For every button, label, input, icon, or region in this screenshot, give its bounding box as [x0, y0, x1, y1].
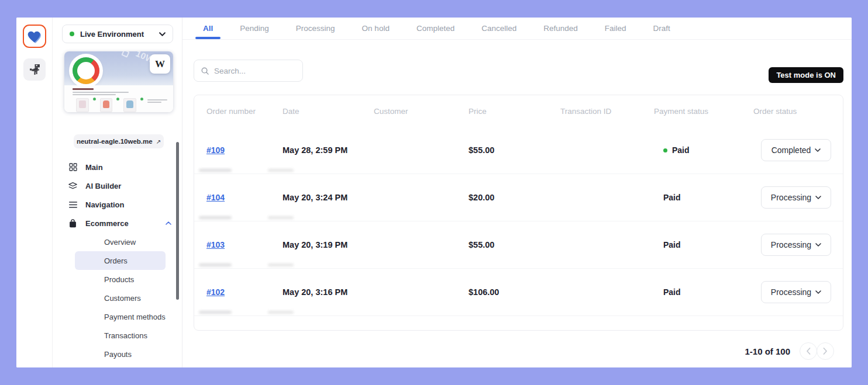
- order-status-cell: Completed: [753, 139, 843, 161]
- external-link-icon: ↗: [156, 138, 161, 145]
- sidebar-item-navigation[interactable]: Navigation: [53, 195, 182, 214]
- order-number-cell: #109: [206, 145, 283, 155]
- payment-status-cell: Paid: [654, 145, 753, 155]
- price-cell: $106.00: [469, 287, 560, 297]
- order-number-link[interactable]: #109: [206, 145, 225, 155]
- tab-cancelled[interactable]: Cancelled: [468, 18, 530, 39]
- layers-icon: [68, 181, 78, 191]
- order-number-cell: #102: [206, 287, 283, 297]
- pagination-range-label: 1-10 of 100: [745, 346, 790, 356]
- sidebar-scrollbar[interactable]: [176, 142, 179, 300]
- price-cell: $55.00: [469, 145, 560, 155]
- column-header-order-status: Order status: [753, 107, 843, 116]
- pagination-next-button[interactable]: [817, 342, 834, 360]
- order-status-label: Processing: [771, 287, 811, 297]
- shopping-bag-icon: [68, 218, 78, 228]
- grid-icon: [68, 162, 78, 172]
- order-status-dropdown[interactable]: Processing: [761, 234, 831, 256]
- main-content: AllPendingProcessingOn holdCompletedCanc…: [182, 18, 852, 367]
- order-number-link[interactable]: #103: [206, 240, 225, 249]
- search-icon: [201, 67, 209, 75]
- tab-failed[interactable]: Failed: [591, 18, 640, 39]
- tab-pending[interactable]: Pending: [226, 18, 283, 39]
- tab-bar: AllPendingProcessingOn holdCompletedCanc…: [182, 18, 852, 40]
- site-domain-text: neutral-eagle.10web.me: [77, 138, 153, 145]
- chrome-dino-icon: [29, 64, 41, 76]
- tab-processing[interactable]: Processing: [283, 18, 349, 39]
- tenweb-logo-button[interactable]: [23, 25, 46, 48]
- icon-rail: [16, 18, 53, 367]
- sidebar-item-label: Navigation: [85, 200, 171, 209]
- order-status-cell: Processing: [753, 186, 843, 209]
- dino-game-button[interactable]: [23, 58, 46, 81]
- sidebar-subitem-orders[interactable]: Orders: [75, 251, 166, 270]
- environment-select[interactable]: Live Environment: [62, 25, 173, 43]
- date-cell: May 20, 3:16 PM: [283, 287, 374, 297]
- menu-lines-icon: [68, 200, 78, 210]
- order-status-label: Processing: [771, 240, 811, 249]
- chevron-left-icon: [806, 348, 811, 355]
- orders-table: Order numberDateCustomerPriceTransaction…: [194, 95, 843, 331]
- column-header-payment-status: Payment status: [654, 107, 753, 116]
- search-box: [194, 60, 303, 82]
- environment-label: Live Environment: [80, 30, 159, 39]
- site-domain-link[interactable]: neutral-eagle.10web.me ↗: [74, 134, 164, 148]
- wordpress-badge: W: [150, 54, 170, 74]
- order-status-dropdown[interactable]: Completed: [761, 139, 831, 161]
- tab-refunded[interactable]: Refunded: [530, 18, 591, 39]
- sidebar-item-main[interactable]: Main: [53, 158, 182, 176]
- sidebar-item-label: Main: [85, 163, 171, 172]
- table-body: #109May 28, 2:59 PM$55.00PaidCompleted#1…: [194, 127, 843, 316]
- blur-artifact: [268, 263, 294, 266]
- sidebar-subitem-payment-methods[interactable]: Payment methods: [75, 307, 166, 326]
- site-preview-content: [64, 85, 173, 112]
- blur-artifact: [199, 169, 232, 172]
- site-preview-thumbnail[interactable]: 10Web W: [64, 51, 173, 112]
- tab-completed[interactable]: Completed: [403, 18, 468, 39]
- sidebar-subitem-transactions[interactable]: Transactions: [75, 326, 166, 345]
- payment-status-text: Paid: [663, 193, 681, 202]
- table-row: #109May 28, 2:59 PM$55.00PaidCompleted: [194, 127, 843, 174]
- order-number-link[interactable]: #104: [206, 193, 225, 202]
- sidebar-subitem-payouts[interactable]: Payouts: [75, 345, 166, 363]
- sidebar-subitem-tax[interactable]: Tax: [75, 363, 166, 367]
- tab-all[interactable]: All: [190, 18, 226, 39]
- order-status-label: Completed: [771, 145, 811, 155]
- order-status-dropdown[interactable]: Processing: [761, 186, 831, 209]
- pagination: 1-10 of 100: [182, 342, 834, 360]
- sidebar-subitem-customers[interactable]: Customers: [75, 289, 166, 307]
- order-status-label: Processing: [771, 193, 811, 202]
- blur-artifact: [199, 263, 232, 266]
- blur-artifact: [268, 169, 294, 172]
- sidebar-subitem-overview[interactable]: Overview: [75, 233, 166, 251]
- chevron-down-icon: [815, 243, 821, 247]
- toolbar: Test mode is ON: [194, 60, 843, 82]
- order-status-cell: Processing: [753, 281, 843, 303]
- payment-status-cell: Paid: [654, 193, 753, 202]
- order-number-link[interactable]: #102: [206, 287, 225, 297]
- date-cell: May 20, 3:19 PM: [283, 240, 374, 249]
- order-status-dropdown[interactable]: Processing: [761, 281, 831, 303]
- table-row: #103May 20, 3:19 PM$55.00PaidProcessing: [194, 221, 843, 269]
- sidebar-subitem-products[interactable]: Products: [75, 270, 166, 289]
- order-number-cell: #104: [206, 192, 283, 203]
- blur-artifact: [199, 311, 232, 314]
- app-window: Live Environment 10Web W: [16, 18, 852, 367]
- tab-draft[interactable]: Draft: [640, 18, 684, 39]
- column-header-customer: Customer: [374, 107, 469, 116]
- sidebar-item-ecommerce[interactable]: Ecommerce: [53, 214, 182, 233]
- chevron-up-icon: [166, 221, 171, 225]
- column-header-transaction-id: Transaction ID: [560, 107, 654, 116]
- date-cell: May 20, 3:24 PM: [283, 193, 374, 202]
- table-row: #102May 20, 3:16 PM$106.00PaidProcessing: [194, 269, 843, 316]
- column-header-date: Date: [283, 107, 374, 116]
- sidebar-item-ai-builder[interactable]: AI Builder: [53, 176, 182, 195]
- search-input[interactable]: [214, 67, 318, 75]
- watermark-logo-icon: [121, 51, 130, 58]
- tab-on-hold[interactable]: On hold: [349, 18, 403, 39]
- payment-status-cell: Paid: [654, 240, 753, 249]
- chevron-down-icon: [815, 290, 821, 294]
- pagination-prev-button[interactable]: [800, 342, 817, 360]
- price-cell: $20.00: [469, 193, 560, 202]
- chevron-down-icon: [815, 148, 821, 152]
